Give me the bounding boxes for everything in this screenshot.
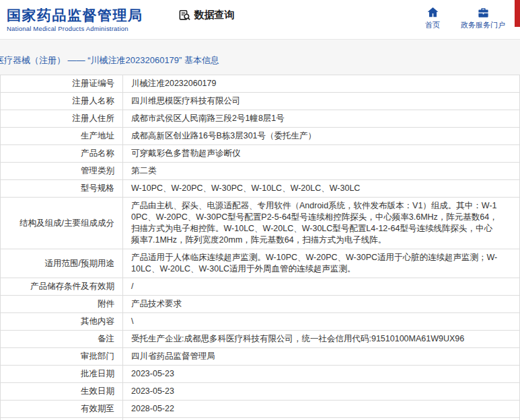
nmpa-logo: 国家药品监督管理局 National Medical Products Admi… <box>7 7 143 32</box>
info-table-body: 注册证编号川械注准20232060179注册人名称四川维思模医疗科技有限公司注册… <box>1 75 520 420</box>
table-row: 生效日期2023-05-23 <box>1 383 520 401</box>
nav-portal[interactable]: 政务服务门户 <box>461 6 505 30</box>
row-value: 四川省药品监督管理局 <box>123 348 520 366</box>
row-value: W-10PC、W-20PC、W-30PC、W-10LC、W-20LC、W-30L… <box>123 180 520 198</box>
row-label: 产品储存条件及有效期 <box>1 278 123 296</box>
logo-title: 国家药品监督管理局 <box>7 7 143 24</box>
table-row: 适用范围/预期用途产品适用于人体临床连续超声监测。W-10PC、W-20PC、W… <box>1 249 520 278</box>
row-label-text: 注册人名称 <box>73 96 115 106</box>
row-value: 受托生产企业:成都思多科医疗科技有限公司，统一社会信用代码:91510100MA… <box>123 331 520 348</box>
row-value: 产品由主机、探头、电源适配器、专用软件（Android系统，软件发布版本：V1）… <box>123 198 520 249</box>
row-label: 批准日期 <box>1 366 123 383</box>
row-label-text: 型号规格 <box>81 183 114 193</box>
row-label-text: 适用范围/预期用途 <box>45 259 114 268</box>
nav-data-query[interactable]: 数据查询 <box>178 9 235 22</box>
row-value: 可穿戴彩色多普勒超声诊断仪 <box>123 145 520 163</box>
briefcase-icon <box>477 6 490 19</box>
row-label: 备注 <box>1 331 123 348</box>
row-value: 产品适用于人体临床连续超声监测。W-10PC、W-20PC、W-30PC适用于心… <box>123 249 520 278</box>
table-row: 备注受托生产企业:成都思多科医疗科技有限公司，统一社会信用代码:91510100… <box>1 331 520 348</box>
breadcrumb: 医疗器械（注册） —— “川械注准20232060179” 基本信息 <box>0 54 520 67</box>
site-header: 国家药品监督管理局 National Medical Products Admi… <box>0 0 520 40</box>
header-right-nav: 首页 政务服务门户 <box>418 6 505 30</box>
row-label: 型号规格 <box>1 180 123 198</box>
row-label: 注册证编号 <box>1 75 123 93</box>
red-corner-tab <box>515 0 520 27</box>
row-label-text: 附件 <box>98 299 114 308</box>
nav-home[interactable]: 首页 <box>418 6 447 30</box>
row-label-text: 审批部门 <box>81 351 114 361</box>
row-label: 审批部门 <box>1 348 123 366</box>
table-row: 注册人住所成都市武侯区人民南路三段2号1幢8层1号 <box>1 110 520 128</box>
table-row: 附件产品技术要求 <box>1 296 520 313</box>
row-label: 注册人住所 <box>1 110 123 128</box>
table-row: 生产地址成都高新区创业路16号B栋3层301号（委托生产） <box>1 128 520 145</box>
row-label-text: 注册人住所 <box>73 114 115 123</box>
table-row: 审批部门四川省药品监督管理局 <box>1 348 520 366</box>
row-label-text: 注册证编号 <box>73 79 115 88</box>
row-label-text: 生产地址 <box>81 131 114 140</box>
home-icon <box>426 6 439 19</box>
row-value: \ <box>123 313 520 331</box>
row-label: 有效期至 <box>1 401 123 418</box>
row-label-text: 其他内容 <box>81 317 114 326</box>
logo-subtitle: National Medical Products Administration <box>7 25 143 32</box>
table-row: 型号规格W-10PC、W-20PC、W-30PC、W-10LC、W-20LC、W… <box>1 180 520 198</box>
row-label: 生效日期 <box>1 383 123 401</box>
row-label-text: 生效日期 <box>81 386 114 396</box>
registration-info-table: 注册证编号川械注准20232060179注册人名称四川维思模医疗科技有限公司注册… <box>0 75 520 420</box>
row-label: 产品名称 <box>1 145 123 163</box>
data-query-label: 数据查询 <box>194 9 235 22</box>
row-value <box>123 418 520 420</box>
row-label-text: 有效期至 <box>81 404 114 413</box>
row-label-text: 批准日期 <box>81 369 114 378</box>
row-label-text: 备注 <box>98 334 114 343</box>
table-row: 产品储存条件及有效期/ <box>1 278 520 296</box>
nav-portal-label: 政务服务门户 <box>461 20 505 30</box>
row-label: 生产地址 <box>1 128 123 145</box>
row-label: 其他内容 <box>1 313 123 331</box>
table-row: 结构及组成/主要组成成分产品由主机、探头、电源适配器、专用软件（Android系… <box>1 198 520 249</box>
row-value: 2028-05-22 <box>123 401 520 418</box>
row-value: 川械注准20232060179 <box>123 75 520 93</box>
row-label: 注册人名称 <box>1 93 123 110</box>
table-row: 有效期至2028-05-22 <box>1 401 520 418</box>
row-value: / <box>123 278 520 296</box>
table-row: 注册人名称四川维思模医疗科技有限公司 <box>1 93 520 110</box>
row-label-text: 产品名称 <box>81 149 114 158</box>
row-value: 产品技术要求 <box>123 296 520 313</box>
row-label-text: 管理类别 <box>81 166 114 175</box>
row-label: 管理类别 <box>1 163 123 180</box>
row-value: 2023-05-23 <box>123 383 520 401</box>
row-label-text: 结构及组成/主要组成成分 <box>20 218 114 228</box>
table-row: 注册证编号川械注准20232060179 <box>1 75 520 93</box>
row-label: 附件 <box>1 296 123 313</box>
table-row: 管理类别第二类 <box>1 163 520 180</box>
row-value: 成都高新区创业路16号B栋3层301号（委托生产） <box>123 128 520 145</box>
table-row: 产品名称可穿戴彩色多普勒超声诊断仪 <box>1 145 520 163</box>
table-row: 其他内容\ <box>1 313 520 331</box>
row-label: 结构及组成/主要组成成分 <box>1 198 123 249</box>
row-label-text: 产品储存条件及有效期 <box>30 282 114 291</box>
row-value: 四川维思模医疗科技有限公司 <box>123 93 520 110</box>
row-value: 第二类 <box>123 163 520 180</box>
data-query-icon <box>178 9 191 22</box>
row-label: 适用范围/预期用途 <box>1 249 123 278</box>
row-value: 成都市武侯区人民南路三段2号1幢8层1号 <box>123 110 520 128</box>
nav-home-label: 首页 <box>425 20 440 30</box>
table-row: 批准日期2023-05-23 <box>1 366 520 383</box>
row-value: 2023-05-23 <box>123 366 520 383</box>
table-row: 变更情况 <box>1 418 520 420</box>
row-label: 变更情况 <box>1 418 123 420</box>
